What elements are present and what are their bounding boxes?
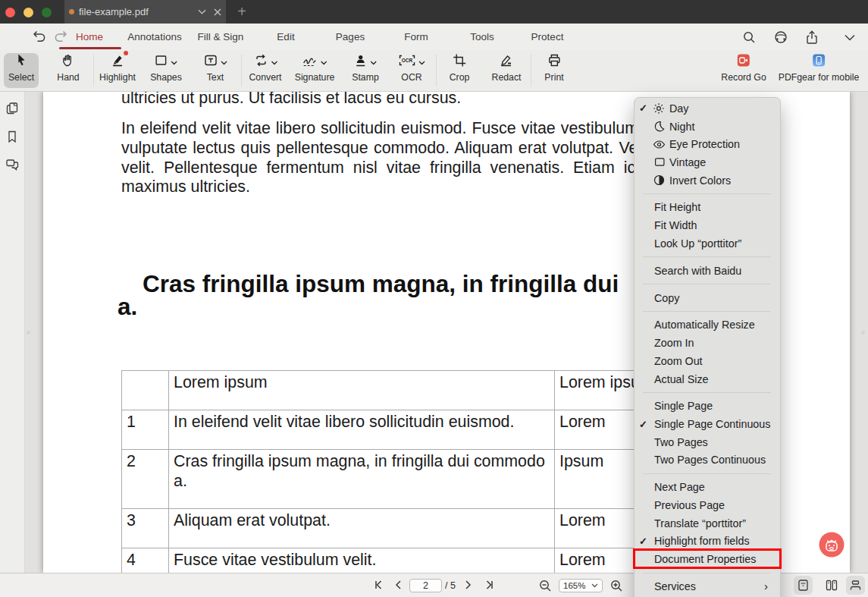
record-go-button[interactable]: Record Go — [721, 52, 766, 83]
table-cell: In eleifend velit vitae libero sollicitu… — [169, 410, 555, 449]
hand-tool[interactable]: Hand — [57, 52, 79, 83]
zoom-out-button[interactable] — [538, 579, 552, 592]
search-icon[interactable] — [742, 30, 756, 47]
zoom-level-select[interactable]: 165% — [559, 579, 603, 592]
sidebar-resize-handle[interactable] — [27, 331, 30, 335]
menu-item-automatically-resize[interactable]: Automatically Resize — [635, 316, 780, 335]
check-icon: ✓ — [639, 102, 651, 114]
text-tool[interactable]: Text — [203, 52, 227, 83]
two-page-view-button[interactable] — [822, 576, 841, 595]
tab-close-icon[interactable] — [212, 0, 224, 24]
assistant-robot-icon[interactable] — [819, 532, 844, 561]
menu-item-translate[interactable]: Translate “porttitor” — [635, 514, 780, 533]
menu-item-zoom-in[interactable]: Zoom In — [635, 334, 780, 352]
split-view-button[interactable] — [846, 576, 865, 595]
crop-tool[interactable]: Crop — [450, 52, 470, 83]
menu-item-vintage[interactable]: Vintage — [635, 153, 780, 171]
toolbar-separator — [531, 55, 531, 86]
menu-item-fit-width[interactable]: Fit Width — [635, 216, 780, 234]
table-cell: 4 — [122, 548, 169, 573]
check-icon: ✓ — [639, 536, 651, 547]
signature-chevron-icon — [321, 55, 327, 68]
record-go-icon — [738, 54, 750, 70]
undo-icon[interactable] — [33, 30, 46, 46]
tab-chevron-icon[interactable] — [196, 0, 208, 24]
menu-item-two-pages-continuous[interactable]: Two Pages Continuous — [635, 451, 780, 470]
tab-home[interactable]: Home — [76, 24, 103, 50]
tab-form[interactable]: Form — [404, 24, 428, 50]
table-cell: 1 — [122, 410, 169, 449]
pdfgear-mobile-button[interactable]: PDFgear for mobile — [779, 52, 860, 83]
menu-item-actual-size[interactable]: Actual Size — [635, 370, 780, 388]
shapes-tool[interactable]: Shapes — [150, 52, 182, 83]
menu-item-invert-colors[interactable]: Invert Colors — [635, 171, 780, 190]
menu-item-eye-protection[interactable]: Eye Protection — [635, 135, 780, 153]
menu-item-zoom-out[interactable]: Zoom Out — [635, 352, 780, 370]
highlight-badge-dot — [124, 51, 128, 55]
tab-fill-sign[interactable]: Fill & Sign — [198, 24, 244, 50]
stamp-icon — [353, 53, 368, 71]
select-tool[interactable]: Select — [8, 52, 34, 83]
select-cursor-icon — [14, 52, 29, 71]
next-page-button[interactable] — [465, 580, 472, 590]
menu-separator — [643, 573, 771, 573]
stamp-chevron-icon — [370, 55, 377, 68]
pdfgear-mobile-icon — [813, 54, 826, 70]
redact-tool[interactable]: Redact — [492, 52, 522, 83]
tab-annotations[interactable]: Annotations — [127, 24, 181, 50]
eye-icon — [651, 140, 666, 149]
tab-edit[interactable]: Edit — [277, 24, 294, 50]
new-tab-button[interactable]: + — [233, 0, 250, 24]
stamp-tool[interactable]: Stamp — [352, 52, 379, 83]
tab-protect[interactable]: Protect — [531, 24, 564, 50]
previous-page-button[interactable] — [394, 580, 402, 590]
menu-item-search-with-baidu[interactable]: Search with Baidu — [635, 262, 780, 280]
toolbar-separator — [436, 55, 437, 86]
menu-item-day[interactable]: ✓ Day — [635, 99, 780, 118]
tab-pages[interactable]: Pages — [336, 24, 365, 50]
menu-item-look-up[interactable]: Look Up “porttitor” — [635, 234, 780, 253]
menu-item-services[interactable]: Services› — [635, 577, 780, 595]
menu-item-fit-height[interactable]: Fit Height — [635, 199, 780, 217]
zoom-in-button[interactable] — [609, 579, 623, 592]
menu-item-copy[interactable]: Copy — [635, 289, 780, 307]
menu-item-previous-page[interactable]: Previous Page — [635, 496, 780, 514]
print-tool[interactable]: Print — [544, 52, 563, 83]
menu-item-single-page[interactable]: Single Page — [635, 397, 780, 416]
signature-tool[interactable]: Signature — [295, 52, 335, 83]
day-icon — [651, 102, 666, 115]
close-window-button[interactable] — [5, 8, 15, 17]
tab-tools[interactable]: Tools — [470, 24, 494, 50]
ocr-chevron-icon — [418, 55, 425, 68]
minimize-window-button[interactable] — [24, 8, 33, 17]
redact-icon — [499, 53, 514, 71]
zoom-window-button[interactable] — [42, 8, 52, 17]
hand-icon — [61, 52, 76, 71]
menu-separator — [643, 256, 771, 257]
menu-item-single-page-continuous[interactable]: ✓Single Page Continuous — [635, 415, 780, 433]
doc-paragraph-line: velit. Pellentesque fermentum nisl vitae… — [121, 158, 635, 178]
single-page-view-button[interactable] — [794, 576, 813, 595]
redo-icon[interactable] — [54, 30, 67, 46]
table-cell: Fusce vitae vestibulum velit. — [169, 548, 555, 573]
bookmarks-panel-icon[interactable] — [5, 130, 19, 146]
page-number-input[interactable] — [409, 579, 442, 592]
scrollbar-dot[interactable] — [861, 331, 865, 335]
menu-item-two-pages[interactable]: Two Pages — [635, 433, 780, 451]
zoom-level-value: 165% — [563, 581, 591, 590]
convert-tool[interactable]: Convert — [249, 52, 281, 83]
vintage-icon — [651, 156, 666, 168]
doc-heading-line1: Cras fringilla ipsum magna, in fringilla… — [143, 272, 619, 295]
share-icon[interactable] — [805, 30, 819, 48]
menu-item-night[interactable]: Night — [635, 118, 780, 136]
collapse-ribbon-icon[interactable] — [844, 30, 856, 44]
highlight-tool[interactable]: Highlight — [99, 52, 136, 83]
menu-separator — [643, 193, 771, 194]
last-page-button[interactable] — [484, 580, 494, 590]
first-page-button[interactable] — [374, 580, 384, 590]
ocr-tool[interactable]: OCR OCR — [398, 52, 425, 83]
thumbnails-panel-icon[interactable] — [5, 102, 19, 118]
comments-panel-icon[interactable] — [5, 158, 20, 174]
support-icon[interactable] — [774, 30, 788, 47]
menu-item-next-page[interactable]: Next Page — [635, 479, 780, 497]
